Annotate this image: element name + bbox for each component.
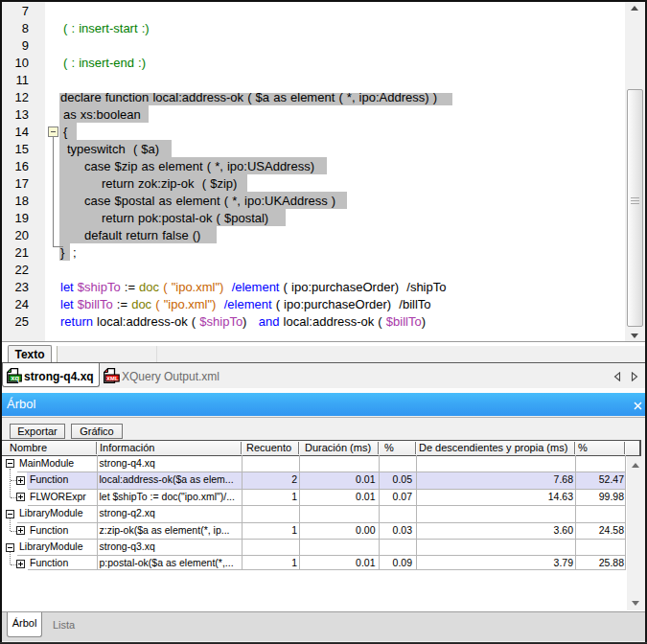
- svg-text:XML: XML: [106, 376, 119, 381]
- svg-text:xq: xq: [11, 374, 19, 382]
